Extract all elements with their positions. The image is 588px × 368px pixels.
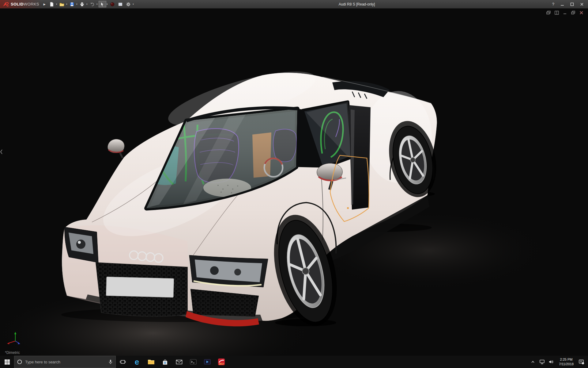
edge-button[interactable]: e xyxy=(130,356,144,368)
mail-icon xyxy=(176,359,183,365)
minimize-icon xyxy=(560,2,564,6)
close-icon xyxy=(580,2,584,6)
clock-date: 7/11/2018 xyxy=(559,362,574,366)
brand-works: WORKS xyxy=(24,2,39,6)
minimize-document-icon xyxy=(563,11,567,15)
store-button[interactable] xyxy=(158,356,172,368)
windows-logo-icon xyxy=(5,359,10,365)
options-gear-icon xyxy=(126,2,131,7)
store-icon xyxy=(162,359,168,365)
command-prompt-button[interactable] xyxy=(186,356,200,368)
featuremanager-expand-arrow[interactable] xyxy=(0,148,3,157)
menu-expand-arrow[interactable]: ▶ xyxy=(42,3,48,6)
action-center-icon xyxy=(579,359,584,365)
windows-taskbar: e xyxy=(0,356,588,368)
new-document-caret[interactable]: ▾ xyxy=(56,3,57,6)
action-center-button[interactable] xyxy=(577,359,586,365)
save-icon xyxy=(70,2,74,7)
close-document-icon xyxy=(579,11,584,15)
tile-windows-icon xyxy=(555,11,559,15)
search-input[interactable] xyxy=(24,359,106,365)
file-explorer-icon xyxy=(148,359,155,365)
print-button[interactable] xyxy=(78,1,86,7)
open-caret[interactable]: ▾ xyxy=(66,3,67,6)
design-table-button[interactable] xyxy=(117,1,124,7)
solidworks-window: SOLIDWORKS ▶ ▾ ▾ xyxy=(0,0,588,368)
microphone-icon[interactable] xyxy=(108,359,113,364)
window-controls: ? xyxy=(552,2,588,6)
volume-icon xyxy=(548,359,554,364)
orientation-triad xyxy=(6,331,22,347)
edge-icon: e xyxy=(135,358,139,366)
hidden-icons-button[interactable] xyxy=(528,360,537,363)
select-tool-button[interactable] xyxy=(99,1,106,7)
close-button[interactable] xyxy=(580,2,584,6)
options-caret[interactable]: ▾ xyxy=(133,3,134,6)
document-title: Audi R8 S [Read-only] xyxy=(339,2,375,6)
taskbar-clock[interactable]: 2:25 PM 7/11/2018 xyxy=(556,357,577,366)
open-icon xyxy=(59,2,64,7)
new-document-icon xyxy=(49,2,54,7)
solidworks-logo[interactable]: SOLIDWORKS xyxy=(0,0,42,8)
save-button[interactable] xyxy=(68,1,76,7)
restore-document-icon xyxy=(571,11,575,15)
system-tray: 2:25 PM 7/11/2018 xyxy=(528,356,588,368)
maximize-button[interactable] xyxy=(570,2,574,6)
select-arrow-icon xyxy=(100,2,105,7)
undo-caret[interactable]: ▾ xyxy=(96,3,98,6)
graphics-viewport[interactable]: *Dimetric xyxy=(0,8,588,356)
mail-button[interactable] xyxy=(172,356,186,368)
taskbar-search[interactable] xyxy=(14,356,116,368)
select-tool-caret[interactable]: ▾ xyxy=(107,3,108,6)
tile-windows-button[interactable] xyxy=(555,11,559,16)
model-audi-r8-canvas[interactable] xyxy=(0,8,588,356)
solidworks-version-badge: 2017 xyxy=(219,362,224,365)
view-orientation-sphere-icon xyxy=(110,2,115,7)
network-display-icon xyxy=(539,359,545,365)
view-orientation-button[interactable] xyxy=(109,1,116,7)
minimize-button[interactable] xyxy=(560,2,564,6)
network-button[interactable] xyxy=(537,359,547,365)
new-document-button[interactable] xyxy=(48,1,56,7)
document-window-controls xyxy=(546,11,584,16)
print-caret[interactable]: ▾ xyxy=(86,3,88,6)
start-button[interactable] xyxy=(0,356,14,368)
chevron-left-icon xyxy=(0,148,3,156)
help-button[interactable]: ? xyxy=(552,2,554,6)
media-app-icon xyxy=(204,359,211,365)
design-table-icon xyxy=(118,2,123,7)
orientation-label: *Dimetric xyxy=(5,351,20,355)
task-view-button[interactable] xyxy=(116,356,130,368)
minimize-document-button[interactable] xyxy=(563,11,567,16)
restore-document-button[interactable] xyxy=(571,11,575,16)
undo-button[interactable] xyxy=(89,1,96,7)
volume-button[interactable] xyxy=(547,359,556,364)
options-button[interactable] xyxy=(125,1,132,7)
solidworks-2017-icon: 2017 xyxy=(218,358,225,366)
print-icon xyxy=(80,2,85,7)
file-explorer-button[interactable] xyxy=(144,356,158,368)
brand-solid: SOLID xyxy=(11,2,24,6)
title-bar: SOLIDWORKS ▶ ▾ ▾ xyxy=(0,0,588,9)
command-prompt-icon xyxy=(190,359,197,365)
close-document-button[interactable] xyxy=(579,11,584,16)
cascade-windows-button[interactable] xyxy=(546,11,551,16)
save-caret[interactable]: ▾ xyxy=(76,3,77,6)
cortana-icon xyxy=(17,359,22,364)
undo-icon xyxy=(90,2,95,7)
brand-text: SOLIDWORKS xyxy=(11,2,39,6)
solidworks-logo-icon xyxy=(2,2,9,7)
solidworks-2017-button[interactable]: 2017 xyxy=(214,356,228,368)
open-button[interactable] xyxy=(58,1,66,7)
task-view-icon xyxy=(120,359,126,365)
cascade-windows-icon xyxy=(546,11,551,15)
media-app-button[interactable] xyxy=(200,356,214,368)
audi-r8-model[interactable] xyxy=(62,60,443,332)
clock-time: 2:25 PM xyxy=(560,357,572,362)
quick-access-toolbar: ▾ ▾ ▾ ▾ xyxy=(48,1,134,7)
chevron-up-icon xyxy=(531,360,535,363)
maximize-icon xyxy=(570,2,574,6)
